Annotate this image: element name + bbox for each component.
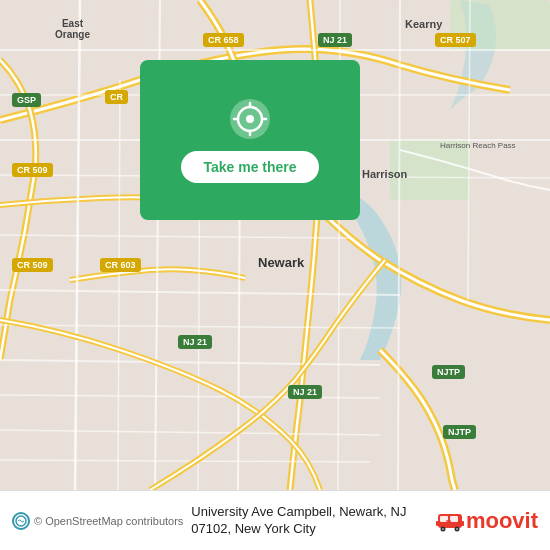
svg-rect-29: [450, 516, 458, 522]
address-display: University Ave Campbell, Newark, NJ 0710…: [191, 504, 428, 538]
badge-cr-left-text: CR: [105, 90, 128, 104]
badge-cr603-text: CR 603: [100, 258, 141, 272]
badge-cr603: CR 603: [100, 258, 141, 272]
osm-text: © OpenStreetMap contributors: [34, 515, 183, 527]
location-pin-icon: [228, 97, 272, 141]
svg-rect-31: [460, 521, 464, 526]
badge-cr509-mid-text: CR 509: [12, 258, 53, 272]
take-me-there-button[interactable]: Take me there: [181, 151, 318, 183]
badge-nj21-mid: NJ 21: [178, 335, 212, 349]
map-container: Harrison Reach Pass EastOrange Kearny Ha…: [0, 0, 550, 490]
osm-icon: [15, 515, 27, 527]
moovit-branding: M moovit: [436, 508, 538, 534]
badge-cr-left: CR: [105, 90, 128, 104]
badge-nj21-top-text: NJ 21: [318, 33, 352, 47]
badge-cr658-text: CR 658: [203, 33, 244, 47]
label-kearny: Kearny: [405, 18, 442, 30]
badge-nj21-bot: NJ 21: [288, 385, 322, 399]
svg-text:M: M: [446, 519, 451, 525]
badge-njtp2: NJTP: [443, 425, 476, 439]
svg-text:Harrison Reach Pass: Harrison Reach Pass: [440, 141, 516, 150]
badge-gsp: GSP: [12, 93, 41, 107]
badge-cr658: CR 658: [203, 33, 244, 47]
badge-njtp2-text: NJTP: [443, 425, 476, 439]
svg-point-25: [246, 115, 254, 123]
badge-cr509-left: CR 509: [12, 163, 53, 177]
address-text: University Ave Campbell, Newark, NJ 0710…: [191, 504, 406, 536]
moovit-bus-icon: M: [436, 508, 466, 533]
badge-cr507: CR 507: [435, 33, 476, 47]
moovit-text: moovit: [466, 508, 538, 534]
label-east-orange: EastOrange: [55, 18, 90, 40]
osm-logo-circle: [12, 512, 30, 530]
label-newark: Newark: [258, 255, 304, 270]
badge-nj21-mid-text: NJ 21: [178, 335, 212, 349]
svg-point-34: [442, 528, 444, 530]
badge-cr509-mid: CR 509: [12, 258, 53, 272]
svg-point-35: [456, 528, 458, 530]
badge-nj21-bot-text: NJ 21: [288, 385, 322, 399]
badge-cr509-left-text: CR 509: [12, 163, 53, 177]
destination-panel: Take me there: [140, 60, 360, 220]
bottom-bar: © OpenStreetMap contributors University …: [0, 490, 550, 550]
osm-attribution: © OpenStreetMap contributors: [12, 512, 183, 530]
badge-gsp-text: GSP: [12, 93, 41, 107]
badge-njtp-text: NJTP: [432, 365, 465, 379]
svg-rect-30: [436, 521, 440, 526]
badge-cr507-text: CR 507: [435, 33, 476, 47]
badge-nj21-top: NJ 21: [318, 33, 352, 47]
label-harrison: Harrison: [362, 168, 407, 180]
badge-njtp: NJTP: [432, 365, 465, 379]
